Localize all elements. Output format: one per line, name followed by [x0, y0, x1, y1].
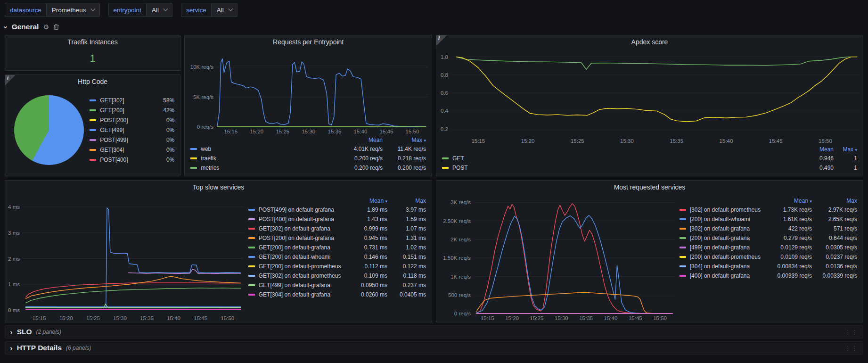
- legend-row[interactable]: web4.01K req/s11.4K req/s: [190, 144, 426, 154]
- series-color-marker: [190, 167, 197, 169]
- legend-item[interactable]: POST[400]0%: [90, 156, 174, 164]
- panel-requests-per-entrypoint: Requests per Entrypoint 0 req/s5K req/s1…: [184, 35, 432, 176]
- legend-row[interactable]: [302] on default-grafana422 req/s571 req…: [680, 224, 857, 233]
- trash-icon[interactable]: [53, 24, 59, 30]
- requests-per-entrypoint-chart[interactable]: 0 req/s5K req/s10K req/s15:1515:2015:251…: [185, 48, 432, 135]
- svg-text:0.8: 0.8: [441, 72, 448, 78]
- legend-row[interactable]: GET[302] on default-prometheus0.109 ms0.…: [248, 271, 426, 280]
- apdex-score-chart[interactable]: 0.20.40.60.81.015:1515:2015:2515:3015:35…: [436, 48, 863, 145]
- panel-header[interactable]: Traefik Instances: [5, 35, 180, 48]
- legend-row[interactable]: [200] on default-prometheus0.0109 req/s0…: [680, 252, 857, 262]
- legend-item[interactable]: GET[200]42%: [90, 106, 174, 114]
- svg-text:1 ms: 1 ms: [8, 281, 20, 287]
- legend-row[interactable]: GET[200] on default-grafana0.731 ms1.02 …: [248, 243, 426, 252]
- legend-sort-mean[interactable]: Mean ▾: [767, 198, 812, 204]
- series-color-marker: [680, 247, 686, 248]
- variable-datasource-select[interactable]: Prometheus: [46, 3, 100, 17]
- series-color-marker: [248, 218, 255, 220]
- variable-service-select[interactable]: All: [211, 3, 237, 17]
- legend-row[interactable]: [200] on default-whoami1.61K req/s2.65K …: [680, 214, 857, 224]
- row-general[interactable]: › General ⚙: [0, 20, 868, 34]
- variable-entrypoint: entrypoint All: [108, 3, 172, 17]
- panel-info-icon[interactable]: i: [5, 75, 16, 85]
- legend-row[interactable]: [200] on default-grafana0.279 req/s0.644…: [680, 233, 857, 243]
- panel-header[interactable]: Requests per Entrypoint: [185, 35, 432, 48]
- legend-row[interactable]: GET[200] on default-prometheus0.112 ms0.…: [248, 262, 426, 271]
- most-requested-services-legend: Mean ▾Max[302] on default-prometheus1.73…: [680, 196, 863, 280]
- gear-icon[interactable]: ⚙: [43, 23, 49, 31]
- legend-row[interactable]: GET[200] on default-whoami0.146 ms0.151 …: [248, 252, 426, 262]
- series-color-marker: [248, 237, 255, 239]
- legend-item[interactable]: POST[200]0%: [90, 116, 174, 124]
- series-color-marker: [90, 139, 96, 141]
- row-drag-handle[interactable]: ⋮⋮: [845, 345, 858, 352]
- legend-label: [200] on default-whoami: [690, 216, 750, 223]
- row-drag-handle[interactable]: ⋮⋮: [845, 329, 858, 336]
- legend-row[interactable]: GET[304] on default-grafana0.0260 ms0.04…: [248, 290, 426, 299]
- legend-item[interactable]: POST[499]0%: [90, 136, 174, 144]
- svg-text:15:20: 15:20: [505, 315, 519, 321]
- legend-sort-mean[interactable]: Mean ▾: [349, 198, 387, 204]
- variable-entrypoint-select[interactable]: All: [146, 3, 172, 17]
- legend-row[interactable]: POST[400] on default-grafana1.43 ms1.59 …: [248, 214, 426, 224]
- svg-text:15:25: 15:25: [530, 315, 544, 321]
- legend-mean-value: 0.200 req/s: [339, 155, 383, 162]
- panel-header[interactable]: Most requested services: [436, 181, 863, 193]
- svg-text:0.4: 0.4: [441, 108, 449, 114]
- legend-sort-mean[interactable]: Mean: [803, 146, 834, 153]
- legend-mean-value: 0.999 ms: [349, 225, 387, 232]
- legend-row[interactable]: [400] on default-grafana0.00339 req/s0.0…: [680, 271, 857, 280]
- legend-value: 0%: [166, 157, 174, 163]
- http-code-legend: GET[302]58%GET[200]42%POST[200]0%GET[499…: [90, 89, 174, 171]
- legend-row[interactable]: metrics0.200 req/s0.200 req/s: [190, 163, 426, 173]
- legend-value: 42%: [163, 107, 174, 114]
- legend-sort-max[interactable]: Max: [812, 198, 857, 204]
- legend-sort-max[interactable]: Max ▾: [834, 146, 857, 153]
- legend-mean-value: 0.0260 ms: [349, 291, 387, 298]
- row-http-details[interactable]: › HTTP Details (6 panels) ⋮⋮: [5, 341, 863, 355]
- variable-service: service All: [181, 3, 237, 17]
- svg-text:15:20: 15:20: [59, 315, 73, 321]
- legend-row[interactable]: GET[302] on default-grafana0.999 ms1.07 …: [248, 224, 426, 233]
- legend-sort-max[interactable]: Max: [387, 198, 426, 204]
- svg-text:15:40: 15:40: [167, 315, 180, 321]
- top-slow-services-chart[interactable]: 0 ms1 ms2 ms3 ms4 ms15:1515:2015:2515:30…: [5, 193, 247, 322]
- legend-sort-mean[interactable]: Mean: [339, 137, 383, 143]
- legend-item[interactable]: GET[302]58%: [90, 96, 174, 104]
- http-code-pie-chart[interactable]: [14, 95, 84, 165]
- legend-max-value: 1: [834, 165, 857, 171]
- svg-text:5K req/s: 5K req/s: [193, 94, 213, 100]
- legend-max-value: 0.0237 req/s: [812, 254, 857, 260]
- panel-header[interactable]: Top slow services: [5, 181, 432, 193]
- legend-row[interactable]: [302] on default-prometheus1.73K req/s2.…: [680, 205, 857, 214]
- legend-item[interactable]: GET[499]0%: [90, 126, 174, 134]
- legend-label: GET[499] on default-grafana: [259, 282, 330, 289]
- legend-row[interactable]: GET[499] on default-grafana0.0950 ms0.23…: [248, 280, 426, 290]
- legend-row[interactable]: POST[499] on default-grafana1.89 ms3.97 …: [248, 205, 426, 214]
- legend-item[interactable]: GET[304]0%: [90, 146, 174, 154]
- svg-text:2 ms: 2 ms: [8, 256, 20, 262]
- svg-text:0.6: 0.6: [441, 90, 448, 96]
- legend-row[interactable]: traefik0.200 req/s0.218 req/s: [190, 154, 426, 163]
- legend-label: GET[499]: [100, 127, 166, 133]
- panel-info-icon[interactable]: i: [436, 35, 447, 46]
- legend-row[interactable]: [304] on default-grafana0.00834 req/s0.0…: [680, 262, 857, 271]
- row-slo[interactable]: › SLO (2 panels) ⋮⋮: [5, 325, 863, 338]
- panel-title: Requests per Entrypoint: [273, 38, 344, 46]
- variable-datasource-label: datasource: [5, 3, 46, 17]
- apdex-legend: MeanMax ▾GET0.9461POST0.4901: [436, 145, 863, 176]
- most-requested-services-chart[interactable]: 0 req/s500 req/s1K req/s1.50K req/s2K re…: [436, 193, 679, 322]
- legend-row[interactable]: GET0.9461: [442, 154, 857, 163]
- legend-row[interactable]: POST[200] on default-grafana0.945 ms1.31…: [248, 233, 426, 243]
- legend-row[interactable]: [499] on default-grafana0.0129 req/s0.03…: [680, 243, 857, 252]
- chart-svg: 0 req/s5K req/s10K req/s15:1515:2015:251…: [185, 48, 432, 135]
- legend-sort-max[interactable]: Max ▾: [383, 137, 426, 143]
- legend-row[interactable]: POST0.4901: [442, 163, 857, 173]
- panel-header[interactable]: Http Code: [5, 75, 180, 88]
- svg-text:0 req/s: 0 req/s: [197, 124, 213, 130]
- svg-text:15:35: 15:35: [579, 315, 593, 321]
- variable-entrypoint-value: All: [152, 7, 159, 14]
- svg-text:15:50: 15:50: [406, 129, 419, 134]
- svg-text:15:40: 15:40: [354, 129, 368, 134]
- panel-header[interactable]: Apdex score: [436, 35, 863, 48]
